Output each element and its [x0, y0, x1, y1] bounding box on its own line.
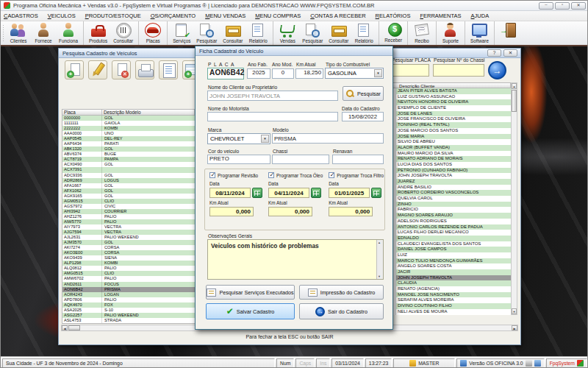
client-row[interactable]: DIVINO COUTINHO FILHO: [391, 303, 511, 309]
client-row[interactable]: SERAFIM ALVES MOREIRA: [391, 297, 511, 303]
dialog-titlebar[interactable]: Ficha Cadastral do Veículo: [196, 46, 392, 56]
checkbox[interactable]: [329, 172, 334, 178]
pesquisar-cliente-button[interactable]: Pesquisar: [343, 86, 384, 101]
toolbar-button[interactable]: Suporte: [436, 21, 462, 45]
client-row[interactable]: LUIZ: [391, 252, 511, 258]
vehicle-row[interactable]: AFX1062 GOL: [62, 188, 195, 194]
client-row[interactable]: JOHN JOSEPH TRAVOLTA: [391, 173, 511, 179]
scroll-up-arrow[interactable]: [512, 83, 517, 89]
vehicle-row[interactable]: ADR2869 LOGUS: [62, 178, 195, 183]
clients-table-header[interactable]: Descrição Cliente: [391, 82, 511, 88]
vehicle-row[interactable]: AND2611 FOCUS: [62, 282, 195, 287]
toolbar-button[interactable]: Receber: [379, 21, 405, 45]
salvar-cadastro-button[interactable]: Salvar Cadastro: [206, 303, 295, 319]
vehicle-row[interactable]: ALP1298 KOMBI: [62, 261, 195, 266]
vehicle-row[interactable]: AAP6434 PARATI: [62, 141, 195, 146]
client-row[interactable]: ADELSON RODRIGUES: [391, 219, 511, 224]
vehicle-row[interactable]: AAA0000 UNO: [62, 131, 195, 136]
vehicle-row[interactable]: AKI7274 CORSA: [62, 245, 195, 250]
vehicle-row[interactable]: 2222222 KOMBI: [62, 126, 195, 131]
client-row[interactable]: TONINHO (REAL TINTAL): [391, 122, 511, 128]
client-row[interactable]: LUCIA DIAS DOS SANTOS: [391, 162, 511, 168]
vehicle-row[interactable]: ASA2025 S-10: [62, 308, 195, 313]
menu-item[interactable]: CADASTROS: [4, 13, 38, 19]
observacoes-textarea[interactable]: Veiculos com histórico de problemas: [207, 239, 384, 280]
textarea-scrollbar[interactable]: [376, 240, 383, 279]
client-row[interactable]: CLAUDIA: [391, 280, 511, 286]
marca-select[interactable]: CHEVROLET: [207, 133, 270, 144]
toolbar-button[interactable]: Recibo: [407, 21, 434, 45]
scroll-down-arrow[interactable]: [512, 308, 517, 314]
toolbar-button[interactable]: Relatório: [351, 21, 376, 45]
vehicle-row[interactable]: AAP0545 DEL-REY: [62, 136, 195, 141]
toolbar-button[interactable]: Software: [465, 21, 492, 45]
motorista-field[interactable]: [207, 112, 338, 121]
vehicle-row[interactable]: AHZ1276 PALIO: [62, 214, 195, 219]
cliente-field[interactable]: JOHN JOSEPH TRAVOLTA: [207, 91, 338, 101]
toolbar-button[interactable]: Vendas: [273, 21, 299, 45]
vehicle-row[interactable]: AGS7972 CIVIC: [62, 204, 195, 209]
client-row[interactable]: LUIZ GUSTAVO ASSUNCAO: [391, 94, 511, 100]
vehicle-row[interactable]: ABV6374 BUGE: [62, 152, 195, 157]
vehicle-row[interactable]: AMW6702 PALIO: [62, 276, 195, 281]
client-row[interactable]: EXEMPLO DE CLIENTE: [391, 105, 511, 111]
report-button[interactable]: [159, 60, 178, 79]
date-field[interactable]: 08/11/2024: [209, 188, 251, 198]
vehicle-row[interactable]: AJM3570 GOL: [62, 240, 195, 245]
vehicle-row[interactable]: ADC9336 GOL: [62, 173, 195, 178]
ano-mod-field[interactable]: 0: [272, 68, 294, 79]
menu-item[interactable]: RELATÓRIOS: [376, 13, 411, 19]
calendar-button[interactable]: [311, 188, 321, 198]
combustivel-select[interactable]: GASOLINA: [325, 68, 384, 79]
date-field[interactable]: 04/11/2024: [268, 188, 309, 198]
vehicle-row[interactable]: ACX7391: [62, 167, 195, 172]
client-row[interactable]: ANDRE BASILIO: [391, 185, 511, 191]
calendar-button[interactable]: [371, 188, 381, 198]
vehicle-row[interactable]: AMG0515 CLIO: [62, 271, 195, 276]
client-row[interactable]: QUELVIA CAROL: [391, 196, 511, 202]
client-row[interactable]: SILVIO DE ABREU: [391, 139, 511, 145]
vehicle-row[interactable]: ABK1320 GOL: [62, 146, 195, 152]
menu-item[interactable]: PRODUTO/ESTOQUE: [85, 13, 141, 19]
client-row[interactable]: ANTONIO CARLOS REZENDE DE PADUA: [391, 224, 511, 230]
checkbox[interactable]: [209, 172, 215, 178]
toolbar-button[interactable]: Funciona: [56, 21, 81, 45]
close-button[interactable]: [571, 2, 586, 10]
client-row[interactable]: MANOEL JOSE NASCIMENTO: [391, 292, 511, 298]
search-chassi-input[interactable]: [433, 64, 484, 77]
vehicle-row[interactable]: 1111111 GAIOLA: [62, 121, 195, 126]
client-row[interactable]: JOHN JOSEPH TRAVOLTA: [391, 275, 511, 281]
vehicle-row[interactable]: ACX0490 GOL: [62, 162, 195, 167]
toolbar-button[interactable]: Fornece: [31, 21, 56, 45]
vehicle-row[interactable]: APD7806 PALIO: [62, 297, 195, 302]
client-row[interactable]: MARCO TULIO MENDONÇA GUIMARÃES: [391, 258, 511, 264]
menu-item[interactable]: OS/ORÇAMENTO: [151, 13, 196, 19]
date-field[interactable]: 01/01/2025: [329, 188, 370, 198]
client-row[interactable]: NELI ALVES DE MOURA: [391, 309, 511, 315]
vehicle-row[interactable]: AKO3E00 CORSA: [62, 250, 195, 255]
menu-item[interactable]: CONTAS A RECEBER: [310, 13, 365, 19]
client-row[interactable]: MAURO MARCIO DA SILVA: [391, 151, 511, 157]
vehicle-row[interactable]: ALQ0812 PALIO: [62, 266, 195, 271]
client-row[interactable]: CLAUDECI EVANGELISTA DOS SANTOS: [391, 241, 511, 247]
menu-item[interactable]: AJUDA: [471, 13, 490, 19]
client-row[interactable]: DANIEL JOSE CAMPOS: [391, 247, 511, 252]
impressao-cadastro-button[interactable]: Impressão do Cadastro: [299, 285, 384, 300]
scroll-thumb[interactable]: [512, 90, 517, 112]
edit-record-button[interactable]: [88, 60, 107, 79]
menu-item[interactable]: MENU VENDAS: [205, 13, 245, 19]
calendar-button[interactable]: [252, 188, 262, 198]
toolbar-button[interactable]: Relatório: [245, 21, 270, 45]
client-row[interactable]: JOSE FRANCISCO DE OLIVEIRA: [391, 116, 511, 122]
chevron-down-icon[interactable]: [261, 135, 269, 143]
vehicle-row[interactable]: ASL4753 STRADA: [62, 318, 195, 323]
client-row[interactable]: ROBERTO CORDEIRO VASCONCELOS: [391, 190, 511, 196]
pesquisar-servicos-button[interactable]: Pesquisar Serviços Executados: [206, 285, 295, 300]
toolbar-button[interactable]: Consultar: [110, 21, 136, 45]
placa-field[interactable]: AON6B42: [207, 68, 244, 79]
scroll-right-arrow[interactable]: [512, 325, 517, 330]
data-cadastro-field[interactable]: 15/08/2022: [342, 112, 384, 121]
scroll-thumb[interactable]: [68, 325, 80, 330]
toolbar-button[interactable]: Consultar: [220, 21, 245, 45]
client-row[interactable]: MAGNO SOARES ARAUJO: [391, 213, 511, 219]
